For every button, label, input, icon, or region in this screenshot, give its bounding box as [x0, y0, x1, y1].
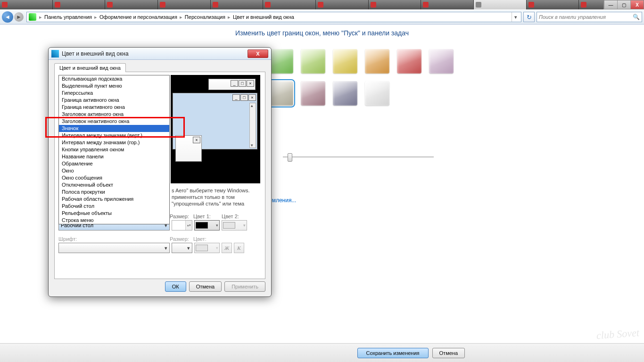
color-swatches [269, 49, 471, 106]
dropdown-item[interactable]: Всплывающая подсказка [59, 75, 169, 82]
browser-tab[interactable] [369, 0, 421, 9]
preview-message-box: × [175, 135, 202, 162]
search-input[interactable] [539, 14, 633, 20]
bold-button: Ж [222, 243, 232, 253]
preview-scrollbar [249, 103, 256, 148]
browser-tab[interactable] [105, 0, 158, 9]
dropdown-item[interactable]: Рельефные объекты [59, 210, 169, 217]
dropdown-item[interactable]: Рабочий стол [59, 203, 169, 210]
intensity-slider-thumb[interactable] [288, 153, 292, 162]
dialog-buttons: ОК Отмена Применить [165, 281, 265, 292]
breadcrumb[interactable]: Оформление и персонализация [98, 14, 179, 20]
dialog-titlebar[interactable]: Цвет и внешний вид окна X [49, 48, 271, 60]
address-bar[interactable]: ▸ Панель управления ▸ Оформление и персо… [26, 12, 521, 22]
dialog-tab-pane: _□× _□× × Всплывающая подсказкаВыделенны… [54, 72, 265, 279]
color1-label: Цвет 1: [193, 214, 222, 219]
italic-button: К [234, 243, 244, 253]
dropdown-item[interactable]: Окно сообщения [59, 174, 169, 181]
dropdown-item[interactable]: Кнопки управления окном [59, 146, 169, 153]
dropdown-item[interactable]: Рабочая область приложения [59, 196, 169, 203]
fcolor-picker: ▾ [194, 243, 220, 253]
ok-button[interactable]: ОК [165, 281, 186, 292]
color-swatch[interactable] [301, 81, 325, 106]
color-swatch[interactable] [269, 81, 293, 106]
browser-tab[interactable] [527, 0, 579, 9]
dropdown-item[interactable]: Полоса прокрутки [59, 189, 169, 196]
color-swatch[interactable] [269, 49, 293, 74]
chevron-right-icon: ▸ [227, 14, 231, 20]
window-buttons: — ▢ X [603, 0, 644, 9]
page-content: Изменить цвет границ окон, меню "Пуск" и… [0, 25, 644, 343]
bottom-bar: Сохранить изменения Отмена [0, 343, 644, 362]
control-panel-icon [29, 13, 36, 21]
color-swatch[interactable] [365, 49, 389, 74]
refresh-button[interactable]: ↻ [523, 12, 535, 22]
dropdown-item[interactable]: Обрамление [59, 160, 169, 167]
dropdown-item[interactable]: Окно [59, 167, 169, 174]
size-label: Размер: [170, 214, 193, 219]
color-swatch[interactable] [301, 49, 325, 74]
forward-button[interactable]: ► [14, 12, 24, 22]
fsize-combo: ▾ [172, 243, 192, 253]
preview-inactive-window: _□× [208, 79, 256, 90]
chevron-right-icon: ▸ [179, 14, 183, 20]
dropdown-item[interactable]: Значок [59, 125, 169, 132]
color-swatch[interactable] [397, 49, 421, 74]
color-swatch[interactable] [365, 81, 389, 106]
browser-tab-active[interactable] [474, 0, 527, 9]
dropdown-item[interactable]: Граница неактивного окна [59, 104, 169, 111]
dropdown-item[interactable]: Отключенный объект [59, 181, 169, 189]
browser-tab[interactable] [211, 0, 264, 9]
dropdown-item[interactable]: Строка меню [59, 217, 169, 224]
color-swatch[interactable] [333, 81, 357, 106]
cancel-button[interactable]: Отмена [189, 281, 222, 292]
explorer-bar: ◄ ► ▸ Панель управления ▸ Оформление и п… [0, 9, 644, 25]
chevron-right-icon: ▸ [93, 14, 98, 20]
intensity-slider-track[interactable] [283, 156, 434, 157]
advanced-link[interactable]: омления... [269, 197, 296, 204]
dialog-close-button[interactable]: X [248, 49, 268, 58]
dialog-tab[interactable]: Цвет и внешний вид окна [54, 63, 126, 72]
browser-tab[interactable] [0, 0, 53, 9]
browser-tab[interactable] [158, 0, 211, 9]
search-icon[interactable]: 🔍 [633, 14, 640, 20]
fsize-label: Размер: [170, 236, 193, 242]
dropdown-item[interactable]: Интервал между значками (верт.) [59, 132, 169, 139]
dialog-title: Цвет и внешний вид окна [62, 50, 129, 57]
browser-tab[interactable] [263, 0, 316, 9]
browser-tab[interactable] [316, 0, 369, 9]
breadcrumb[interactable]: Цвет и внешний вид окна [231, 14, 296, 20]
close-button[interactable]: X [630, 0, 644, 9]
browser-tab[interactable] [421, 0, 474, 9]
color-swatch[interactable] [333, 49, 357, 74]
dropdown-item[interactable]: Заголовок активного окна [59, 111, 169, 118]
font-row: Шрифт: Размер: Цвет: ▾ ▾ ▾ Ж К [58, 236, 261, 253]
dropdown-item[interactable]: Интервал между значками (гор.) [59, 139, 169, 146]
appearance-dialog: Цвет и внешний вид окна X Цвет и внешний… [48, 47, 272, 297]
color2-picker: ▾ [222, 220, 247, 230]
dropdown-item[interactable]: Заголовок неактивного окна [59, 118, 169, 125]
address-dropdown-icon[interactable]: ▾ [512, 12, 519, 22]
apply-button[interactable]: Применить [224, 281, 265, 292]
page-title: Изменить цвет границ окон, меню "Пуск" и… [0, 25, 644, 45]
browser-tab[interactable] [53, 0, 106, 9]
element-dropdown-list[interactable]: Всплывающая подсказкаВыделенный пункт ме… [58, 75, 170, 224]
breadcrumb[interactable]: Панель управления [43, 14, 93, 20]
breadcrumb[interactable]: Персонализация [183, 14, 227, 20]
info-text: s Aero" выберите тему Windows. применять… [172, 187, 261, 207]
fcolor-label: Цвет: [193, 236, 206, 242]
maximize-button[interactable]: ▢ [617, 0, 630, 9]
dropdown-item[interactable]: Гиперссылка [59, 90, 169, 97]
minimize-button[interactable]: — [604, 0, 617, 9]
color-swatch[interactable] [429, 49, 454, 74]
size-spinner[interactable]: ▴▾ [172, 220, 192, 230]
save-button[interactable]: Сохранить изменения [357, 348, 429, 358]
search-box[interactable]: 🔍 [537, 12, 642, 22]
browser-tabs [0, 0, 644, 9]
dropdown-item[interactable]: Название панели [59, 153, 169, 160]
color1-picker[interactable]: ▾ [194, 220, 220, 230]
dropdown-item[interactable]: Выделенный пункт меню [59, 82, 169, 90]
page-cancel-button[interactable]: Отмена [432, 348, 465, 358]
dropdown-item[interactable]: Граница активного окна [59, 97, 169, 104]
back-button[interactable]: ◄ [2, 11, 13, 23]
